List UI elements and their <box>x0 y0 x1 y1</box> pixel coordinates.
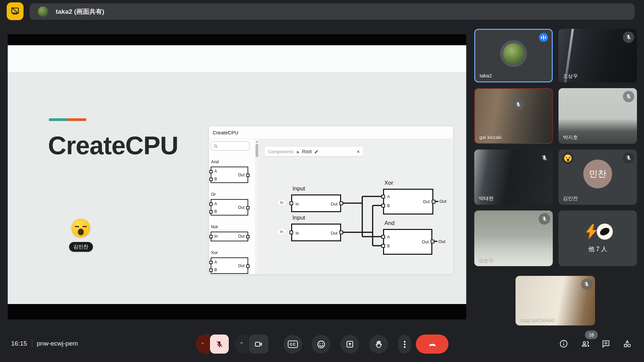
participant-name: taka2 <box>480 73 492 78</box>
external-input-pill: In <box>277 200 286 205</box>
overflow-avatars <box>583 223 613 240</box>
emoji-reaction-overlay: 김민찬 <box>62 219 99 252</box>
mic-off-icon <box>539 152 550 164</box>
pin-label: Out <box>422 240 429 244</box>
port-in[interactable] <box>289 231 293 234</box>
mic-off-icon <box>581 279 592 290</box>
participant-name: 권순규 <box>479 257 494 263</box>
raise-hand-button[interactable] <box>369 335 388 354</box>
node-title: Input <box>292 215 305 221</box>
port-out[interactable] <box>339 231 343 234</box>
port-b[interactable] <box>381 204 385 207</box>
external-output-label: Out <box>438 239 445 244</box>
cookie-avatar-icon <box>597 224 613 240</box>
node-xor[interactable]: A B Out <box>383 189 433 215</box>
clock-time: 16:15 <box>11 340 27 347</box>
screen-share-title: taka2 (画面共有) <box>56 7 104 16</box>
presenter-avatar <box>38 6 48 17</box>
participant-name: Yuto WATAHIKI <box>520 317 555 322</box>
more-options-button[interactable] <box>398 335 411 354</box>
participant-name: 조상우 <box>563 73 578 79</box>
mic-button-group: ⌃ <box>196 335 229 354</box>
overflow-participants-tile[interactable]: 他 7 人 <box>558 210 637 266</box>
node-input-2[interactable]: In Out <box>291 224 341 241</box>
avatar: 민찬 <box>583 160 612 188</box>
node-title: Input <box>292 185 305 192</box>
participant-tile[interactable]: 박태현 <box>474 149 553 205</box>
pin-label: A <box>387 235 390 239</box>
participant-name: 박태현 <box>479 195 494 202</box>
node-title: Xor <box>384 180 393 186</box>
smiley-icon <box>317 340 326 349</box>
mic-off-icon <box>623 32 634 43</box>
mic-options-chevron[interactable]: ⌃ <box>196 335 209 354</box>
pin-label: In <box>296 202 299 206</box>
external-input-pill: In <box>277 229 286 234</box>
port-out[interactable] <box>339 201 343 205</box>
mic-off-icon <box>623 152 634 164</box>
participant-tile[interactable]: 조상우 <box>558 29 637 82</box>
reactions-button[interactable] <box>312 335 330 354</box>
pin-label: Out <box>331 202 337 206</box>
mic-off-icon <box>539 213 550 225</box>
overflow-count-label: 他 7 人 <box>558 245 637 253</box>
captions-button[interactable]: CC <box>283 335 302 354</box>
activities-button[interactable] <box>623 339 632 349</box>
divider <box>32 340 32 347</box>
presentation-slide: CreateCPU 김민찬 CreateCPU <box>8 45 466 304</box>
people-button[interactable] <box>581 339 590 349</box>
end-call-button[interactable] <box>416 335 448 354</box>
present-screen-icon <box>345 340 354 349</box>
participant-tile[interactable]: Yuto WATAHIKI <box>516 276 595 325</box>
meeting-details-button[interactable] <box>559 339 569 349</box>
slide-header-band <box>8 45 466 72</box>
mic-off-icon <box>513 99 524 110</box>
mic-off-button[interactable] <box>210 335 229 354</box>
audio-activity-icon <box>539 33 548 42</box>
node-input-1[interactable]: In Out <box>291 194 341 212</box>
pin-label: B <box>387 244 390 248</box>
node-title: And <box>384 220 394 227</box>
participant-tile[interactable]: 민찬 김민찬 <box>558 149 637 205</box>
slide-accent-bar <box>49 118 86 121</box>
people-icon <box>581 339 590 349</box>
camera-button[interactable] <box>249 335 268 354</box>
pin-label: Out <box>423 199 430 204</box>
pin-label: A <box>387 194 390 199</box>
port-b[interactable] <box>381 244 385 248</box>
vertical-dots-icon <box>404 340 406 349</box>
surprised-face-emoji-icon <box>562 152 574 164</box>
port-a[interactable] <box>381 235 385 239</box>
chat-button[interactable] <box>601 339 611 349</box>
info-icon <box>559 339 568 348</box>
present-screen-button[interactable] <box>340 335 359 354</box>
participant-count-badge: 16 <box>585 330 598 339</box>
mic-off-icon <box>623 91 634 102</box>
createcpu-app-window: CreateCPU And A B <box>209 126 453 274</box>
node-and[interactable]: A B Out <box>383 229 432 255</box>
port-out[interactable] <box>431 240 434 243</box>
participant-tile[interactable]: gai kozaki <box>474 88 553 144</box>
port-a[interactable] <box>381 195 385 198</box>
participant-name: 박지호 <box>563 134 578 141</box>
camera-icon <box>254 340 263 349</box>
port-out[interactable] <box>432 200 435 203</box>
participant-tile[interactable]: 권순규 <box>474 210 553 266</box>
presentation-off-button[interactable] <box>7 2 23 20</box>
reaction-author-label: 김민찬 <box>69 242 93 252</box>
participant-tile[interactable]: 박지호 <box>558 88 637 144</box>
raise-hand-icon <box>374 340 383 349</box>
external-output-label: Out <box>439 199 446 204</box>
mic-off-icon <box>215 340 223 348</box>
chat-icon <box>601 339 610 348</box>
participant-name: 김민찬 <box>563 195 578 202</box>
camera-button-group: ⌃ <box>235 335 268 354</box>
pin-label: B <box>387 203 390 208</box>
shared-screen-stage: CreateCPU 김민찬 CreateCPU <box>8 34 466 319</box>
camera-options-chevron[interactable]: ⌃ <box>235 335 248 354</box>
participant-tile-taka2[interactable]: taka2 <box>474 29 553 82</box>
slide-title: CreateCPU <box>48 131 178 160</box>
screen-share-banner[interactable]: taka2 (画面共有) <box>30 3 635 20</box>
presentation-off-icon <box>10 6 20 17</box>
port-in[interactable] <box>289 201 293 205</box>
